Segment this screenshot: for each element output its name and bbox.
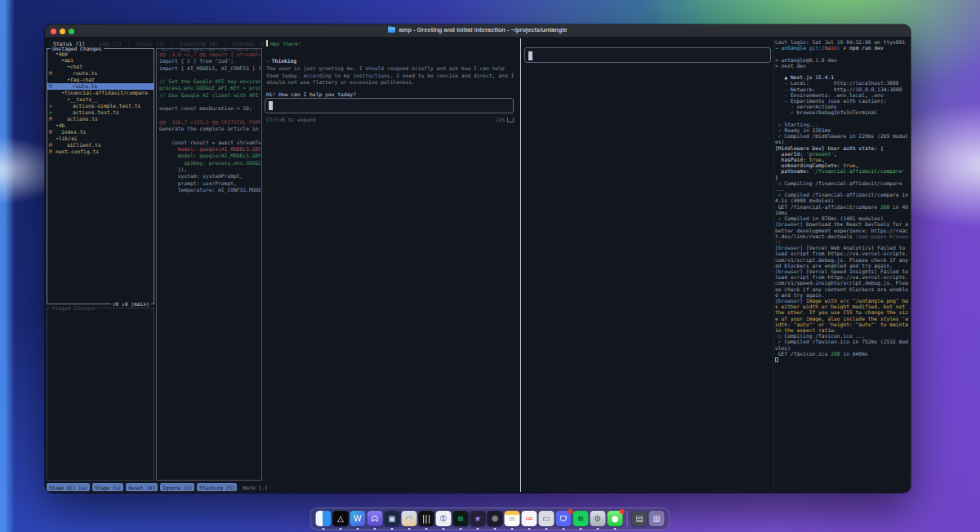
gitui-tab[interactable]: Files [3] xyxy=(136,41,165,47)
action-button[interactable]: Stage All [a] xyxy=(47,483,90,491)
terminal-content: Status [1] | Log [2] | Files [3] | Stash… xyxy=(45,38,911,493)
terminal-line: [browser] Image with src "/untangle.png"… xyxy=(775,298,911,333)
diff-line: system: systemPrompt, xyxy=(159,173,261,180)
file-row[interactable]: •db xyxy=(47,122,154,129)
terminal-line: ○ Compiling /financial-affidavit/compare… xyxy=(775,180,911,192)
terminal-line: - Experiments (use with caution): xyxy=(775,98,911,104)
terminal-line: ✓ Starting... xyxy=(775,122,911,127)
terminal-line: - Local: http://localhost:3000 xyxy=(775,80,911,86)
dock-warp-terminal-icon[interactable]: W xyxy=(350,511,367,530)
dock-cursor-icon[interactable]: △ xyxy=(332,511,350,530)
amp-second-pane xyxy=(521,38,773,493)
terminal-output: Last login: Sat Jul 19 04:32:00 on ttys0… xyxy=(775,39,911,362)
unstaged-changes-pane[interactable]: Unstaged Changes •app•api•chatMroute.ts•… xyxy=(47,48,154,304)
file-row[interactable]: •api xyxy=(47,57,154,64)
terminal-line: pathname: '/financial-affidavit/compare' xyxy=(775,168,911,174)
dock-system-settings-icon[interactable]: ⚙ xyxy=(590,511,607,530)
message-bar-icon xyxy=(266,40,268,47)
file-row[interactable]: +actions.test.ts xyxy=(47,109,154,116)
terminal-line: GET /favicon.ico 200 in 848ms xyxy=(775,351,911,357)
diff-pane[interactable]: Diff: app/api/faq-chat/route.ts @@ -3,6 … xyxy=(156,48,262,481)
dock-finder-icon[interactable] xyxy=(315,511,332,530)
terminal-line xyxy=(775,116,911,122)
terminal-line: ✓ Compiled /favicon.ico in 752ms (2532 m… xyxy=(775,339,911,350)
dock-things-icon[interactable]: ▣ xyxy=(384,511,401,530)
file-row[interactable]: MaiClient.ts xyxy=(47,142,154,149)
diff-line: // Use Google AI client with API k xyxy=(159,92,261,99)
prompt-input[interactable] xyxy=(265,98,514,113)
staged-changes-pane[interactable]: Staged Changes xyxy=(47,308,154,481)
dock: △Wᗣ▣◠|||①≋★⊛≡≔▭ᗜ≋⚙●▤▥ xyxy=(310,508,670,530)
dock-discord-icon[interactable]: ᗜ xyxy=(555,511,572,530)
terminal-line: · serverActions xyxy=(775,104,911,109)
dock-trash-icon[interactable]: ▥ xyxy=(648,511,666,530)
terminal-line: [browser] Download the React DevTools fo… xyxy=(775,221,911,245)
diff-line: export const maxDuration = 30; xyxy=(159,105,261,112)
diff-line: @@ -196,7 +193,9 @@ CRITICAL FORMA xyxy=(159,119,261,126)
file-row[interactable]: •financial-affidavit/compare xyxy=(47,90,154,96)
action-button[interactable]: Stage [s] xyxy=(92,483,124,491)
diff-line: }), xyxy=(159,166,261,173)
file-row[interactable]: Mindex.ts xyxy=(47,129,154,135)
terminal-line: ✓ Compiled /middleware in 220ms (269 mod… xyxy=(775,133,911,144)
terminal-line: > next dev xyxy=(775,63,911,69)
dock-knot-app-icon[interactable]: ⊛ xyxy=(487,511,504,530)
dock-wifi-app-icon[interactable]: ≋ xyxy=(452,511,470,530)
file-row[interactable]: •lib/ai xyxy=(47,135,154,142)
diff-line: model: google(AI_MODELS.GEMI xyxy=(159,153,261,159)
window-titlebar[interactable]: amp - Greeting and initial interaction -… xyxy=(45,24,911,38)
diff-line: temperature: AI_CONFIG.MODEL xyxy=(159,187,261,193)
thinking-header[interactable]: −Thinking xyxy=(266,58,296,64)
dock-separator xyxy=(627,511,628,527)
dock-window-app-icon[interactable]: ▭ xyxy=(538,511,555,530)
gitui-tab[interactable]: Stashing [4] xyxy=(180,41,218,47)
thinking-label: Thinking xyxy=(272,58,296,64)
terminal-line: GET /financial-affidavit/compare 200 in … xyxy=(775,204,911,215)
dock-spotify-icon[interactable]: ≋ xyxy=(572,511,590,530)
collapse-dash-icon: − xyxy=(266,58,270,64)
dock-notes-icon[interactable]: ≡ xyxy=(504,511,521,530)
diff-line: Generate the complete article in c xyxy=(159,126,261,132)
dock-star-app-icon[interactable]: ★ xyxy=(470,511,487,530)
diff-content: @@ -3,6 +5,7 @@ import { streamTeximport… xyxy=(159,51,261,193)
terminal-line: ▲ Next.js 15.4.1 xyxy=(775,74,911,80)
text-cursor xyxy=(269,101,273,110)
window-title-area: amp - Greeting and initial interaction -… xyxy=(45,26,911,33)
diff-line xyxy=(159,72,261,78)
dock-waveform-app-icon[interactable]: ||| xyxy=(418,511,435,530)
dock-1password-icon[interactable]: ① xyxy=(435,511,452,530)
action-button[interactable]: Reset [D] xyxy=(126,483,158,491)
text-cursor xyxy=(528,51,532,60)
file-row[interactable]: +actions-simple.test.ts xyxy=(47,103,154,109)
file-row[interactable]: Mnext.config.ts xyxy=(47,149,154,155)
file-row[interactable]: •chat xyxy=(47,64,154,70)
terminal-line: ✓ Ready in 1501ms xyxy=(775,127,911,133)
gitui-actionbar: Stage All [a]Stage [s]Reset [D]Ignore [i… xyxy=(47,483,292,491)
terminal-line: userId: 'present', xyxy=(775,151,911,157)
terminal-output-pane[interactable]: Last login: Sat Jul 19 04:32:00 on ttys0… xyxy=(773,38,911,493)
diff-line xyxy=(159,133,261,140)
terminal-line: - Environments: .env.local, .env xyxy=(775,92,911,98)
amp-chat-pane: Hey there! −Thinking The user is just gr… xyxy=(263,38,520,493)
terminal-cursor xyxy=(775,357,778,362)
prompt-input-secondary[interactable] xyxy=(524,47,771,63)
terminal-line: [browser] [Vercel Speed Insights] Failed… xyxy=(775,268,911,298)
file-row[interactable]: Mactions.ts xyxy=(47,116,154,122)
file-row[interactable]: •__tests__ xyxy=(47,96,154,103)
file-row[interactable]: Mroute.ts xyxy=(47,70,154,77)
dock-archive-utility-icon[interactable]: ▤ xyxy=(631,511,648,530)
file-row[interactable]: •faq-chat xyxy=(47,77,154,83)
file-row[interactable]: •app xyxy=(47,51,154,57)
dock-messages-icon[interactable]: ● xyxy=(607,511,624,530)
action-button[interactable]: Stashing [S] xyxy=(197,483,237,491)
file-row[interactable]: Mroute.ts xyxy=(47,83,154,90)
dock-arc-browser-icon[interactable]: ◠ xyxy=(401,511,418,530)
terminal-line: ✓ Compiled /financial-affidavit/compare … xyxy=(775,192,911,203)
diff-line: model: google(AI_MODELS.GEMI xyxy=(159,146,261,153)
terminal-line: - Network: http://10.0.0.134:3000 xyxy=(775,86,911,92)
action-button[interactable]: Ignore [i] xyxy=(160,483,194,491)
dock-reminders-icon[interactable]: ≔ xyxy=(521,511,538,530)
dock-ghostty-icon[interactable]: ᗣ xyxy=(367,511,384,530)
terminal-line: } xyxy=(775,175,911,180)
diff-line: import { z } from "zod"; xyxy=(159,58,261,64)
